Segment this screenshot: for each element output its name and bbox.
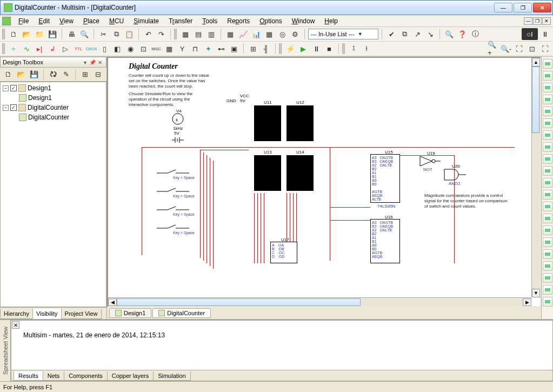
sstab-simulation[interactable]: Simulation xyxy=(153,371,190,381)
scroll-left-icon[interactable]: ◀ xyxy=(108,298,117,306)
graphs-button[interactable]: 📈 xyxy=(237,28,249,40)
copy-button[interactable]: ⧉ xyxy=(110,28,122,40)
menu-reports[interactable]: Reports xyxy=(223,16,254,26)
collapse-icon[interactable]: − xyxy=(3,85,9,91)
breadboard-button[interactable]: ▦ xyxy=(263,28,275,40)
scroll-thumb[interactable] xyxy=(117,298,361,306)
place-connector-button[interactable]: ⊷ xyxy=(215,43,227,55)
instrument-currentprobe[interactable] xyxy=(543,297,552,307)
place-transistor-button[interactable]: ↲ xyxy=(46,43,58,55)
undo-button[interactable]: ↶ xyxy=(142,28,154,40)
toolbox-dropdown[interactable]: ▾ xyxy=(81,58,89,66)
sstab-components[interactable]: Components xyxy=(64,371,107,381)
doc-tab-digitalcounter[interactable]: DigitalCounter xyxy=(152,308,211,318)
place-ni-button[interactable]: ✦ xyxy=(202,43,214,55)
close-button[interactable]: ✕ xyxy=(533,3,551,12)
checkbox-icon[interactable]: ✓ xyxy=(10,85,17,91)
mdi-close[interactable]: ✕ xyxy=(542,17,551,25)
tab-project-view[interactable]: Project View xyxy=(61,309,102,319)
probe-settings-button[interactable]: ⫱ xyxy=(348,43,359,55)
doc-tab-design1[interactable]: Design1 xyxy=(109,308,151,318)
sstab-copper[interactable]: Copper layers xyxy=(107,371,154,381)
instrument-freqcounter[interactable] xyxy=(543,130,552,140)
instrument-agilent-mm[interactable] xyxy=(543,237,552,247)
toolbar-grip-3[interactable] xyxy=(2,43,5,54)
instrument-multimeter[interactable] xyxy=(543,59,552,69)
place-advanced-button[interactable]: ▦ xyxy=(163,43,175,55)
menu-file[interactable]: File xyxy=(14,16,33,26)
place-power-button[interactable]: ⊡ xyxy=(137,43,149,55)
place-mcu-button[interactable]: ▣ xyxy=(228,43,240,55)
mdi-minimize[interactable]: — xyxy=(524,17,532,25)
sstab-results[interactable]: Results xyxy=(14,371,43,381)
place-diode-button[interactable]: ▸| xyxy=(34,43,45,55)
database-mgr-button[interactable]: ▦ xyxy=(224,28,236,40)
design-tree[interactable]: − ✓ Design1 Design1 − ✓ DigitalCounter D… xyxy=(0,82,106,307)
instrument-agilent-fg[interactable] xyxy=(543,225,552,235)
instrument-logicanalyzer[interactable] xyxy=(543,154,552,164)
menu-view[interactable]: View xyxy=(55,16,78,26)
menu-simulate[interactable]: Simulate xyxy=(129,16,163,26)
place-rf-button[interactable]: Y xyxy=(176,43,188,55)
tab-hierarchy[interactable]: Hierarchy xyxy=(0,309,33,319)
verify-button[interactable]: ✔ xyxy=(385,28,397,40)
menu-place[interactable]: Place xyxy=(79,16,104,26)
instrument-labview[interactable] xyxy=(543,273,552,283)
zoom-sheet-button[interactable]: ⊡ xyxy=(526,43,538,55)
transfer-button[interactable]: ↗ xyxy=(411,28,423,40)
place-cmos-button[interactable]: CMOS xyxy=(85,43,97,55)
toolbox-collapse[interactable]: ⊟ xyxy=(92,69,104,81)
toolbox-save[interactable]: 💾 xyxy=(28,69,40,81)
pause-button[interactable]: ⏸ xyxy=(310,43,322,55)
zoom-out-button[interactable]: 🔍- xyxy=(500,43,512,55)
hierarchical-button[interactable]: ⊞ xyxy=(247,43,259,55)
spreadsheet-side-tab[interactable]: Spreadsheet View xyxy=(0,320,11,381)
wizard-button[interactable]: ⚙ xyxy=(289,28,301,40)
place-electromech-button[interactable]: ⊓ xyxy=(189,43,201,55)
schematic-canvas[interactable]: Digital Counter Counter will count up or… xyxy=(107,57,541,307)
save-button[interactable]: 💾 xyxy=(46,28,58,40)
toolbox-refresh[interactable]: 🗘 xyxy=(47,69,59,81)
scroll-down-icon[interactable]: ▼ xyxy=(532,289,540,297)
tree-node-design1-child[interactable]: Design1 xyxy=(1,93,106,103)
collapse-icon[interactable]: − xyxy=(3,105,9,111)
instrument-spectrum[interactable] xyxy=(543,202,552,211)
instrument-scope[interactable] xyxy=(543,95,552,104)
tree-node-digitalcounter-child[interactable]: DigitalCounter xyxy=(1,112,106,122)
toolbox-expand[interactable]: ⊞ xyxy=(79,69,91,81)
sim-switch-on[interactable]: ○I xyxy=(522,28,538,40)
zoom-in-button[interactable]: 🔍+ xyxy=(487,43,499,55)
capture-button[interactable]: ◎ xyxy=(276,28,288,40)
mdi-restore[interactable]: ❐ xyxy=(533,17,542,25)
probe-button[interactable]: ⫲ xyxy=(361,43,372,55)
cut-button[interactable]: ✂ xyxy=(97,28,109,40)
place-indicator-button[interactable]: ◉ xyxy=(124,43,136,55)
toolbox-rename[interactable]: ✎ xyxy=(60,69,72,81)
place-ttl-button[interactable]: TTL xyxy=(72,43,84,55)
horizontal-scrollbar[interactable]: ◀ ▶ xyxy=(108,297,531,306)
interactive-button[interactable]: ⚡ xyxy=(284,43,296,55)
toggle-panel-3[interactable]: ▥ xyxy=(205,28,217,40)
sim-switch-pause[interactable]: ⏸ xyxy=(539,28,551,40)
in-use-list-combo[interactable]: --- In-Use List --- ▼ xyxy=(308,29,378,39)
menu-edit[interactable]: Edit xyxy=(34,16,54,26)
toolbox-new[interactable]: 🗋 xyxy=(2,69,14,81)
paste-button[interactable]: 📋 xyxy=(123,28,135,40)
instrument-funcgen[interactable] xyxy=(543,71,552,81)
sstab-nets[interactable]: Nets xyxy=(43,371,65,381)
tree-node-digitalcounter[interactable]: − ✓ DigitalCounter xyxy=(1,103,106,112)
menu-window[interactable]: Window xyxy=(288,16,319,26)
instrument-tek-scope[interactable] xyxy=(543,261,552,271)
vertical-scrollbar[interactable]: ▲ ▼ xyxy=(531,58,540,297)
tab-visibility[interactable]: Visibility xyxy=(32,309,62,319)
menu-mcu[interactable]: MCU xyxy=(105,16,128,26)
toolbar-grip[interactable] xyxy=(2,29,5,39)
toolbox-open[interactable]: 📂 xyxy=(15,69,27,81)
menu-tools[interactable]: Tools xyxy=(198,16,222,26)
instrument-4ch-scope[interactable] xyxy=(543,107,552,116)
toolbar-grip-5[interactable] xyxy=(342,43,345,54)
info-button[interactable]: ⓘ xyxy=(469,28,481,40)
backannotate-button[interactable]: ↘ xyxy=(424,28,436,40)
instrument-distortion[interactable] xyxy=(543,190,552,200)
toggle-panel-1[interactable]: ▦ xyxy=(179,28,191,40)
